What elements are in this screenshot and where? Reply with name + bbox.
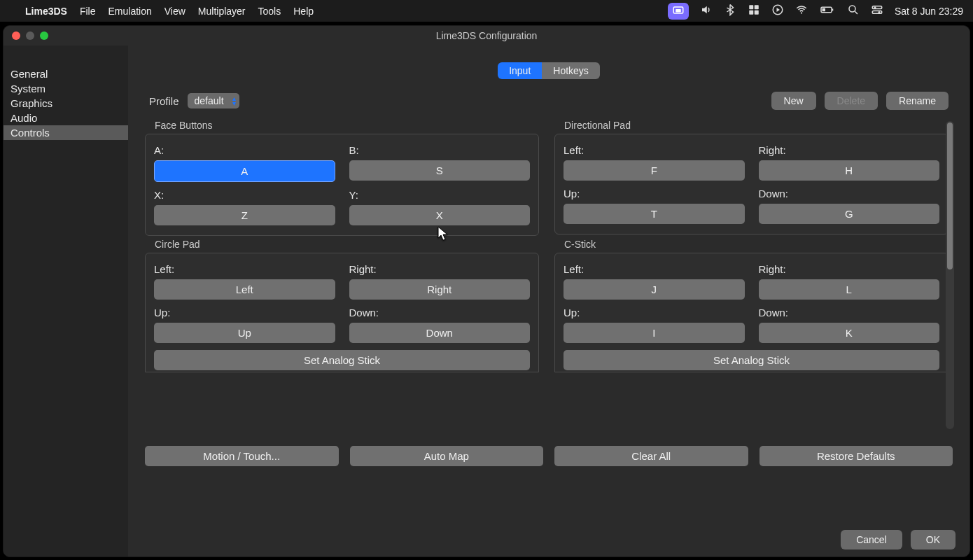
profile-label: Profile [149,95,179,107]
group-c-stick: C-Stick Left: J Right: L [554,236,948,372]
window-title: Lime3DS Configuration [4,30,969,41]
svg-rect-4 [749,10,753,15]
wifi-icon[interactable] [795,4,808,18]
label-circle-up: Up: [154,307,335,318]
sidebar-item-audio[interactable]: Audio [4,111,128,125]
play-icon[interactable] [771,4,784,18]
bind-button-circle-analog[interactable]: Set Analog Stick [154,350,530,370]
vertical-scrollbar[interactable] [946,121,954,429]
group-title-dpad: Directional Pad [554,117,948,134]
label-cstick-up: Up: [564,307,745,318]
restore-defaults-button[interactable]: Restore Defaults [760,446,953,466]
cancel-button[interactable]: Cancel [841,530,902,550]
profile-select-value: default [195,95,224,106]
search-icon[interactable] [847,4,860,18]
group-circle-pad: Circle Pad Left: Left Right: Right [145,236,539,372]
motion-touch-button[interactable]: Motion / Touch... [145,446,339,466]
bind-button-cstick-analog[interactable]: Set Analog Stick [564,350,939,370]
bind-button-face-b[interactable]: S [349,160,531,181]
bind-button-cstick-right[interactable]: L [759,279,940,300]
label-cstick-right: Right: [759,263,940,275]
label-face-x: X: [154,189,335,201]
group-title-cstick: C-Stick [554,236,948,253]
sidebar-item-graphics[interactable]: Graphics [4,96,128,111]
bind-button-circle-left[interactable]: Left [154,279,335,300]
sidebar-item-general[interactable]: General [4,66,128,81]
sidebar-item-system[interactable]: System [4,81,128,96]
svg-rect-3 [755,5,759,9]
bluetooth-icon[interactable] [724,4,736,18]
bind-button-face-y[interactable]: X [349,205,531,225]
svg-point-13 [874,6,876,8]
clear-all-button[interactable]: Clear All [554,446,748,466]
label-dpad-right: Right: [759,144,940,156]
menu-view[interactable]: View [164,6,186,17]
tab-hotkeys[interactable]: Hotkeys [542,62,600,79]
chevron-updown-icon: ▴▾ [232,96,236,106]
volume-icon[interactable] [700,4,713,18]
bind-button-circle-down[interactable]: Down [349,323,531,343]
bindings-scroll-area: Face Buttons A: A B: S [145,117,953,438]
bind-button-cstick-up[interactable]: I [564,323,745,343]
label-face-y: Y: [349,189,531,201]
svg-point-15 [878,11,880,13]
battery-icon[interactable] [819,4,836,18]
bind-button-dpad-left[interactable]: F [564,160,745,181]
control-center-icon[interactable] [871,4,883,18]
svg-rect-12 [872,6,882,9]
bind-button-dpad-up[interactable]: T [564,204,745,224]
menu-clock[interactable]: Sat 8 Jun 23:29 [895,6,963,17]
label-face-a: A: [154,144,335,156]
sidebar: General System Graphics Audio Controls [4,46,128,556]
svg-rect-9 [832,9,834,11]
titlebar: Lime3DS Configuration [4,26,969,46]
svg-rect-10 [822,8,825,12]
bind-button-face-a[interactable]: A [154,160,335,182]
bind-button-dpad-down[interactable]: G [759,204,940,224]
menu-app-name[interactable]: Lime3DS [25,6,67,17]
menu-tools[interactable]: Tools [258,6,281,17]
label-dpad-left: Left: [564,144,745,156]
svg-rect-1 [676,9,681,13]
profile-new-button[interactable]: New [771,92,816,110]
menu-help[interactable]: Help [293,6,314,17]
profile-rename-button[interactable]: Rename [886,92,948,110]
label-circle-down: Down: [349,307,531,318]
ok-button[interactable]: OK [911,530,955,550]
bind-button-circle-right[interactable]: Right [349,279,531,300]
label-face-b: B: [349,144,531,156]
svg-point-7 [801,12,802,13]
sidebar-item-controls[interactable]: Controls [4,125,128,140]
main-panel: Input Hotkeys Profile default ▴▾ New Del… [128,46,969,556]
group-face-buttons: Face Buttons A: A B: S [145,117,539,236]
menu-file[interactable]: File [80,6,96,17]
group-title-circle: Circle Pad [145,236,539,253]
mac-menu-bar: Lime3DS File Emulation View Multiplayer … [0,0,973,22]
label-cstick-left: Left: [564,263,745,275]
bind-button-cstick-left[interactable]: J [564,279,745,300]
label-circle-right: Right: [349,263,531,275]
scrollbar-thumb[interactable] [947,122,953,270]
bind-button-cstick-down[interactable]: K [759,323,940,343]
bind-button-circle-up[interactable]: Up [154,323,335,343]
label-circle-left: Left: [154,263,335,275]
svg-point-11 [849,6,855,12]
tabs-segmented: Input Hotkeys [498,62,600,79]
group-title-face: Face Buttons [145,117,539,134]
svg-rect-14 [872,11,882,14]
label-cstick-down: Down: [759,307,940,318]
menu-multiplayer[interactable]: Multiplayer [198,6,246,17]
svg-rect-5 [755,10,759,15]
bind-button-face-x[interactable]: Z [154,205,335,225]
profile-delete-button[interactable]: Delete [825,92,878,110]
bind-button-dpad-right[interactable]: H [759,160,940,181]
widgets-icon[interactable] [748,4,760,18]
label-dpad-down: Down: [759,188,940,200]
profile-select[interactable]: default ▴▾ [188,93,239,108]
menu-emulation[interactable]: Emulation [108,6,151,17]
screen-mirror-icon[interactable] [668,3,689,20]
auto-map-button[interactable]: Auto Map [350,446,544,466]
tab-input[interactable]: Input [498,62,542,79]
svg-rect-2 [749,5,753,9]
config-window: Lime3DS Configuration General System Gra… [3,25,970,557]
